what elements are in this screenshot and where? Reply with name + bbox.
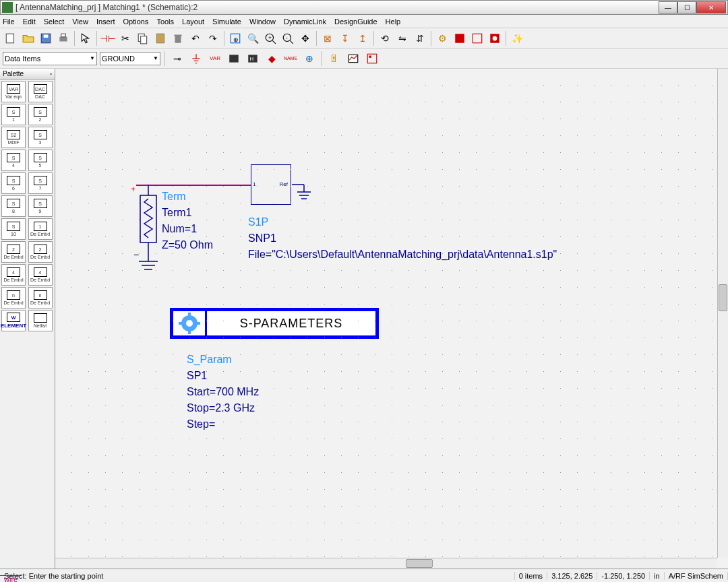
palette-item-16[interactable]: 4De Embd (1, 264, 26, 286)
paste-icon[interactable] (152, 30, 169, 46)
var-icon[interactable]: VAR (207, 51, 223, 67)
hierarchy-icon[interactable]: H (245, 51, 261, 67)
layout-icon[interactable] (364, 51, 380, 67)
undo-icon[interactable]: ↶ (187, 30, 204, 46)
mirror-y-icon[interactable]: ⇵ (412, 30, 428, 46)
push-icon[interactable]: ↧ (337, 30, 353, 46)
palette-item-18[interactable]: nDe Embd (1, 287, 26, 309)
port-icon[interactable]: ⊸ (169, 51, 185, 67)
canvas-wrap: + − Term Term1 Num=1 Z=50 Ohm 1 Ref (55, 69, 728, 569)
schematic-canvas[interactable]: + − Term Term1 Num=1 Z=50 Ohm 1 Ref (55, 69, 728, 569)
library-icon[interactable] (226, 51, 242, 67)
cut-icon[interactable]: ✂ (117, 30, 133, 46)
disable-icon[interactable] (487, 30, 503, 46)
data-display-icon[interactable] (345, 51, 361, 67)
global-node-icon[interactable]: ⊕ (301, 51, 317, 67)
palette-item-1[interactable]: DACDAC (28, 81, 53, 102)
palette-item-9[interactable]: S7 (28, 172, 53, 194)
zoom-in-icon[interactable]: + (262, 30, 278, 46)
zoom-out-icon[interactable]: - (280, 30, 296, 46)
wand-icon[interactable]: ✨ (509, 30, 525, 46)
menu-designguide[interactable]: DesignGuide (334, 18, 377, 26)
redo-icon[interactable]: ↷ (205, 30, 221, 46)
zoom-area-icon[interactable]: 🔍 (245, 30, 261, 46)
palette-item-13[interactable]: 1De Embd (28, 218, 53, 240)
ground-icon[interactable] (188, 51, 204, 67)
end-cmd-icon[interactable]: ⊣⊢ (100, 30, 116, 46)
mirror-x-icon[interactable]: ⇋ (394, 30, 411, 46)
tuning-icon[interactable]: 🎚 (326, 51, 342, 67)
palette-item-5[interactable]: S3 (28, 127, 53, 148)
menu-options[interactable]: Options (123, 18, 148, 26)
palette-item-8[interactable]: S6 (1, 172, 26, 194)
palette-item-2[interactable]: S1 (1, 104, 26, 125)
menu-insert[interactable]: Insert (96, 18, 115, 26)
svg-rect-29 (369, 55, 371, 57)
category-value: Data Items (5, 55, 40, 63)
palette-item-17[interactable]: 4De Embd (28, 264, 53, 286)
svg-point-42 (186, 320, 193, 327)
menu-view[interactable]: View (72, 18, 88, 26)
s1p-ground (292, 180, 319, 207)
menu-dynamiclink[interactable]: DynamicLink (284, 18, 326, 26)
rotate-icon[interactable]: ⟲ (377, 30, 393, 46)
open-icon[interactable] (20, 30, 36, 46)
sparam-labels[interactable]: S_Param SP1 Start=700 MHz Stop=2.3 GHz S… (187, 352, 259, 432)
tune2-icon[interactable] (469, 30, 485, 46)
deactivate-icon[interactable]: ⊠ (320, 30, 336, 46)
copy-icon[interactable] (135, 30, 151, 46)
plus-label: + (131, 185, 135, 194)
palette-item-19[interactable]: nDe Embd (28, 287, 53, 309)
palette-item-12[interactable]: S10 (1, 218, 26, 240)
maximize-button[interactable]: ☐ (677, 1, 696, 13)
palette-item-6[interactable]: S4 (1, 150, 26, 171)
palette-item-7[interactable]: S5 (28, 150, 53, 171)
menu-layout[interactable]: Layout (182, 18, 204, 26)
palette-panel: Palette ▫ VARVar eqnDACDACS1S2S2MDIFS3S4… (0, 69, 55, 569)
palette-item-0[interactable]: VARVar eqn (1, 81, 26, 102)
palette-item-14[interactable]: 2De Embd (1, 241, 26, 263)
wire[interactable] (229, 185, 251, 186)
status-coord1: 3.125, 2.625 (547, 572, 597, 580)
edit-comp-icon[interactable]: ◆ (264, 51, 280, 67)
wire-label-icon[interactable]: NAME (282, 51, 299, 67)
pointer-icon[interactable] (78, 30, 94, 46)
menu-file[interactable]: File (3, 18, 15, 26)
close-button[interactable]: ✕ (696, 1, 726, 13)
minimize-button[interactable]: — (659, 1, 677, 13)
menu-help[interactable]: Help (386, 18, 401, 26)
svg-line-11 (272, 40, 276, 44)
palette-item-11[interactable]: S9 (28, 195, 53, 217)
palette-pin-icon[interactable]: ▫ (49, 70, 52, 77)
menu-tools[interactable]: Tools (156, 18, 174, 26)
delete-icon[interactable] (170, 30, 186, 46)
palette-item-20[interactable]: WELEMENT (1, 310, 26, 331)
zoom-fit-icon[interactable]: ⊕ (227, 30, 243, 46)
horizontal-scrollbar[interactable] (55, 558, 717, 569)
menu-simulate[interactable]: Simulate (212, 18, 241, 26)
component-combo[interactable]: GROUND ▼ (100, 52, 160, 65)
s1p-labels[interactable]: S1P SNP1 File="C:\Users\Default\AntennaM… (248, 214, 557, 263)
vertical-scrollbar[interactable] (717, 69, 728, 558)
status-sim: A/RF SimSchem (665, 572, 728, 580)
term-labels[interactable]: Term Term1 Num=1 Z=50 Ohm (162, 189, 213, 253)
new-icon[interactable] (3, 30, 19, 46)
pan-icon[interactable]: ✥ (297, 30, 313, 46)
s1p-component[interactable]: 1 Ref (251, 164, 291, 205)
palette-item-10[interactable]: S8 (1, 195, 26, 217)
print-icon[interactable] (55, 30, 71, 46)
tune-icon[interactable] (452, 30, 468, 46)
category-combo[interactable]: Data Items ▼ (3, 52, 97, 65)
save-icon[interactable] (38, 30, 54, 46)
menu-select[interactable]: Select (44, 18, 65, 26)
pop-icon[interactable]: ↥ (355, 30, 371, 46)
simulate-icon[interactable]: ⚙ (434, 30, 450, 46)
menu-edit[interactable]: Edit (23, 18, 36, 26)
palette-item-3[interactable]: S2 (28, 104, 53, 125)
sparam-gear-icon (173, 311, 207, 335)
palette-item-21[interactable]: Netlist (28, 310, 53, 331)
menu-window[interactable]: Window (249, 18, 276, 26)
palette-item-15[interactable]: 2De Embd (28, 241, 53, 263)
sparam-block[interactable]: S-PARAMETERS (170, 308, 379, 339)
palette-item-4[interactable]: S2MDIF (1, 127, 26, 148)
